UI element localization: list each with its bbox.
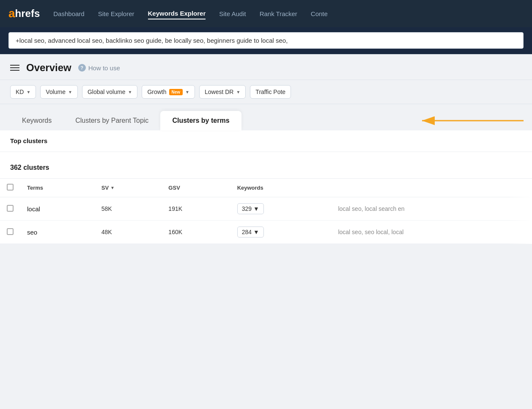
chevron-down-icon: ▼ [26, 90, 30, 94]
preview-column-header [331, 179, 532, 197]
filter-traffic-potential[interactable]: Traffic Pote [250, 85, 291, 99]
nav-site-explorer[interactable]: Site Explorer [98, 8, 134, 19]
chevron-down-icon: ▼ [253, 205, 259, 212]
clusters-count: 362 clusters [10, 164, 49, 171]
tab-clusters-parent-topic[interactable]: Clusters by Parent Topic [63, 111, 160, 130]
sv-cell: 48K [95, 221, 162, 244]
gsv-cell: 160K [162, 221, 230, 244]
menu-toggle-button[interactable] [10, 65, 19, 71]
gsv-column-header: GSV [162, 179, 230, 197]
nav-dashboard[interactable]: Dashboard [53, 8, 84, 19]
filter-growth-label: Growth [147, 88, 166, 95]
table-header-info: 362 clusters [0, 157, 532, 179]
main-content: Top clusters 362 clusters Terms [0, 130, 532, 244]
keywords-dropdown-button[interactable]: 284 ▼ [237, 227, 264, 238]
keywords-count: 284 [242, 229, 252, 235]
checkbox-header[interactable] [0, 179, 20, 197]
filter-traffic-potential-label: Traffic Pote [255, 88, 285, 95]
filter-lowest-dr[interactable]: Lowest DR ▼ [199, 85, 246, 99]
table-wrapper: Terms SV ▼ GSV Keywords [0, 179, 532, 244]
chevron-down-icon: ▼ [236, 90, 240, 94]
tab-clusters-parent-topic-label: Clusters by Parent Topic [75, 117, 148, 124]
filter-volume-label: Volume [46, 88, 66, 95]
nav-keywords-explorer[interactable]: Keywords Explorer [148, 8, 206, 19]
gsv-cell: 191K [162, 197, 230, 221]
tabs-container: Keywords Clusters by Parent Topic Cluste… [0, 104, 532, 130]
keywords-preview: local seo, seo local, local [338, 229, 403, 235]
row-checkbox[interactable] [7, 205, 14, 212]
how-to-use-label: How to use [88, 64, 120, 72]
keywords-preview: local seo, local search en [338, 205, 404, 212]
select-all-checkbox[interactable] [7, 184, 14, 191]
tab-clusters-by-terms[interactable]: Clusters by terms [160, 111, 241, 130]
filter-bar: KD ▼ Volume ▼ Global volume ▼ Growth New… [0, 80, 532, 104]
arrow-svg [414, 110, 524, 133]
sort-icon: ▼ [110, 185, 115, 190]
how-to-use-link[interactable]: ? How to use [78, 64, 120, 72]
nav-rank-tracker[interactable]: Rank Tracker [260, 8, 297, 19]
nav-site-audit[interactable]: Site Audit [219, 8, 246, 19]
gsv-value: 160K [168, 229, 182, 235]
logo-hrefs: hrefs [15, 8, 40, 19]
table-row: local 58K 191K 329 ▼ [0, 197, 532, 221]
new-badge: New [169, 89, 183, 95]
keywords-count: 329 [242, 205, 252, 212]
terms-column-header: Terms [20, 179, 95, 197]
table-header-row: Terms SV ▼ GSV Keywords [0, 179, 532, 197]
filter-global-volume-label: Global volume [88, 88, 126, 95]
keywords-cell[interactable]: 284 ▼ [230, 221, 332, 244]
sv-cell: 58K [95, 197, 162, 221]
keywords-column-header: Keywords [230, 179, 332, 197]
filter-growth[interactable]: Growth New ▼ [142, 85, 195, 99]
filter-lowest-dr-label: Lowest DR [205, 88, 233, 95]
top-navigation: ahrefs Dashboard Site Explorer Keywords … [0, 0, 532, 27]
tab-keywords[interactable]: Keywords [10, 111, 63, 130]
nav-conte[interactable]: Conte [311, 8, 328, 19]
sv-value: 58K [101, 205, 112, 212]
term-name: local [27, 205, 40, 213]
filter-global-volume[interactable]: Global volume ▼ [82, 85, 137, 99]
keywords-cell[interactable]: 329 ▼ [230, 197, 332, 221]
chevron-down-icon: ▼ [128, 90, 132, 94]
row-checkbox[interactable] [7, 228, 14, 235]
term-cell: seo [20, 221, 95, 244]
sv-column-header[interactable]: SV ▼ [95, 179, 162, 197]
ahrefs-logo[interactable]: ahrefs [8, 7, 40, 20]
top-clusters-label: Top clusters [10, 137, 47, 144]
term-name: seo [27, 229, 37, 236]
tab-clusters-by-terms-label: Clusters by terms [172, 117, 229, 124]
keywords-preview-cell: local seo, local search en [331, 197, 532, 221]
keywords-preview-cell: local seo, seo local, local [331, 221, 532, 244]
help-icon: ? [78, 64, 86, 72]
row-checkbox-cell[interactable] [0, 197, 20, 221]
gsv-value: 191K [168, 205, 182, 212]
top-clusters-section: Top clusters [0, 130, 532, 152]
filter-volume[interactable]: Volume ▼ [40, 85, 78, 99]
chevron-down-icon: ▼ [185, 90, 189, 94]
logo-a: a [8, 7, 15, 20]
tab-keywords-label: Keywords [22, 117, 52, 124]
search-bar-container: +local seo, advanced local seo, backlink… [0, 27, 532, 54]
search-input[interactable]: +local seo, advanced local seo, backlink… [8, 32, 524, 49]
table-row: seo 48K 160K 284 ▼ [0, 221, 532, 244]
filter-kd-label: KD [16, 88, 24, 95]
chevron-down-icon: ▼ [68, 90, 72, 94]
term-cell: local [20, 197, 95, 221]
chevron-down-icon: ▼ [253, 229, 259, 235]
row-checkbox-cell[interactable] [0, 221, 20, 244]
page-title: Overview [26, 62, 71, 74]
overview-header: Overview ? How to use [0, 54, 532, 80]
keywords-dropdown-button[interactable]: 329 ▼ [237, 203, 264, 214]
clusters-table: Terms SV ▼ GSV Keywords [0, 179, 532, 244]
sv-value: 48K [101, 229, 112, 235]
table-section: 362 clusters Terms SV [0, 157, 532, 244]
filter-kd[interactable]: KD ▼ [10, 85, 36, 99]
